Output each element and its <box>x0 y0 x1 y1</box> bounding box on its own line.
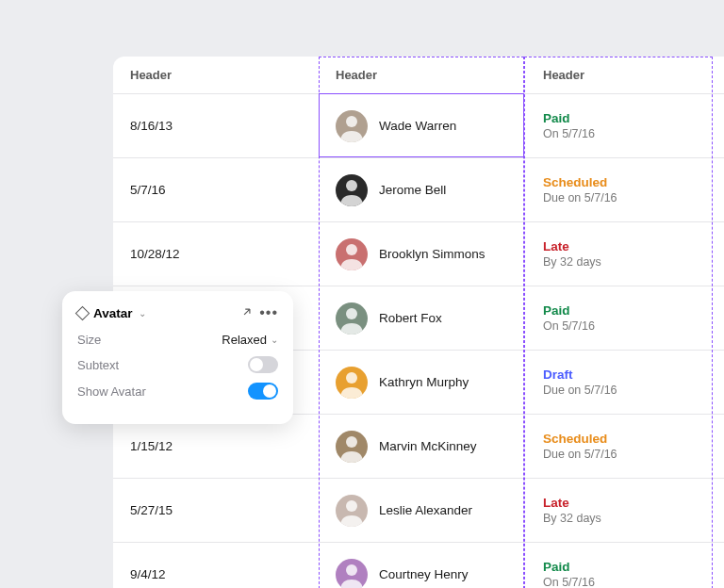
date-cell: 9/4/12 <box>113 556 319 588</box>
property-row: SizeRelaxed ⌄ <box>77 333 278 347</box>
status-subtext: Due on 5/7/16 <box>543 384 617 397</box>
status-badge: Scheduled <box>543 432 607 446</box>
chevron-down-icon[interactable]: ⌄ <box>139 308 146 318</box>
person-name: Brooklyn Simmons <box>379 247 485 261</box>
status-subtext: On 5/7/16 <box>543 127 595 140</box>
table-row[interactable]: 5/27/15Leslie AlexanderLateBy 32 days <box>113 479 724 543</box>
person-name: Robert Fox <box>379 311 442 325</box>
svg-point-7 <box>346 564 357 576</box>
component-icon <box>75 305 90 320</box>
table-row[interactable]: 9/4/12Courtney HenryPaidOn 5/7/16 <box>113 543 724 588</box>
table-header-row: Header Header Header <box>113 57 724 94</box>
external-link-icon[interactable] <box>240 305 254 321</box>
status-cell: LateBy 32 days <box>526 484 715 536</box>
status-badge: Paid <box>543 111 570 125</box>
status-cell: ScheduledDue on 5/7/16 <box>526 164 715 216</box>
property-toggle[interactable] <box>248 356 278 373</box>
column-header[interactable]: Header <box>526 57 715 93</box>
person-name: Jerome Bell <box>379 183 446 197</box>
status-badge: Draft <box>543 368 573 382</box>
name-cell: Courtney Henry <box>319 547 526 589</box>
name-cell: Brooklyn Simmons <box>319 227 526 282</box>
date-cell: 5/27/15 <box>113 492 319 529</box>
status-subtext: On 5/7/16 <box>543 319 595 333</box>
svg-point-0 <box>346 116 357 127</box>
person-name: Kathryn Murphy <box>379 375 469 389</box>
status-cell: ScheduledDue on 5/7/16 <box>526 420 715 472</box>
name-cell: Jerome Bell <box>319 163 526 218</box>
more-options-icon[interactable]: ••• <box>259 304 278 321</box>
avatar <box>336 238 368 270</box>
avatar <box>336 559 368 589</box>
status-cell: PaidOn 5/7/16 <box>526 292 715 344</box>
avatar <box>336 367 368 399</box>
status-cell: PaidOn 5/7/16 <box>526 548 715 588</box>
svg-point-4 <box>346 372 357 384</box>
status-badge: Paid <box>543 560 570 574</box>
property-row: Show Avatar <box>77 383 278 400</box>
table-row[interactable]: 8/16/13Wade WarrenPaidOn 5/7/16 <box>113 94 724 158</box>
status-subtext: Due on 5/7/16 <box>543 191 617 204</box>
table-row[interactable]: 1/15/12Marvin McKinneyScheduledDue on 5/… <box>113 415 724 479</box>
panel-title: Avatar <box>93 306 133 320</box>
name-cell: Leslie Alexander <box>319 483 526 538</box>
name-cell: Wade Warren <box>319 99 526 154</box>
component-inspector-panel: Avatar ⌄ ••• SizeRelaxed ⌄SubtextShow Av… <box>62 291 293 424</box>
status-badge: Late <box>543 496 569 510</box>
svg-point-2 <box>346 244 357 255</box>
svg-point-5 <box>346 436 357 448</box>
avatar <box>336 495 368 527</box>
name-cell: Robert Fox <box>319 291 526 346</box>
date-cell: 10/28/12 <box>113 236 319 272</box>
status-subtext: By 32 days <box>543 255 601 269</box>
name-cell: Kathryn Murphy <box>319 355 526 410</box>
date-cell: 1/15/12 <box>113 428 319 465</box>
svg-point-3 <box>346 308 357 319</box>
person-name: Courtney Henry <box>379 567 469 581</box>
svg-point-1 <box>346 180 357 191</box>
status-badge: Scheduled <box>543 175 607 189</box>
status-cell: LateBy 32 days <box>526 228 715 280</box>
status-subtext: By 32 days <box>543 512 601 525</box>
date-cell: 8/16/13 <box>113 107 319 144</box>
panel-header: Avatar ⌄ ••• <box>77 304 278 321</box>
person-name: Leslie Alexander <box>379 503 472 517</box>
status-subtext: On 5/7/16 <box>543 576 595 588</box>
svg-point-6 <box>346 500 357 512</box>
avatar <box>336 174 368 206</box>
status-cell: PaidOn 5/7/16 <box>526 100 715 152</box>
column-header[interactable]: Header <box>319 57 526 93</box>
table-row[interactable]: 10/28/12Brooklyn SimmonsLateBy 32 days <box>113 222 724 286</box>
property-label: Show Avatar <box>77 384 146 399</box>
column-header[interactable]: Header <box>113 57 319 93</box>
avatar <box>336 110 368 142</box>
name-cell: Marvin McKinney <box>319 419 526 474</box>
avatar <box>336 302 368 335</box>
property-toggle[interactable] <box>248 383 278 400</box>
person-name: Marvin McKinney <box>379 439 477 453</box>
property-label: Size <box>77 333 101 347</box>
status-subtext: Due on 5/7/16 <box>543 448 617 461</box>
chevron-down-icon: ⌄ <box>271 335 278 345</box>
status-badge: Paid <box>543 303 570 318</box>
date-cell: 5/7/16 <box>113 172 319 208</box>
property-row: Subtext <box>77 356 278 373</box>
status-cell: DraftDue on 5/7/16 <box>526 356 715 408</box>
avatar <box>336 431 368 463</box>
table-row[interactable]: 5/7/16Jerome BellScheduledDue on 5/7/16 <box>113 158 724 222</box>
property-select[interactable]: Relaxed ⌄ <box>222 333 278 347</box>
person-name: Wade Warren <box>379 119 456 133</box>
property-label: Subtext <box>77 358 119 372</box>
status-badge: Late <box>543 239 569 253</box>
